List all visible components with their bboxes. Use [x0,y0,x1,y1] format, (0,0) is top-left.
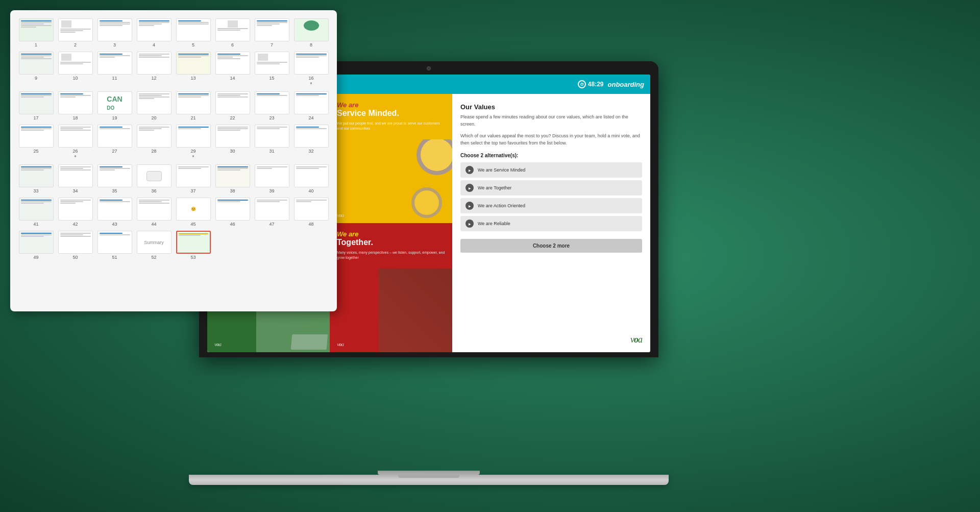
slide-thumb-22[interactable]: 22 [215,91,250,120]
slide-thumb-3[interactable]: 3 [97,18,132,47]
slide-thumb-38[interactable]: 38 [215,164,250,193]
card-together-logo: voa [337,341,344,347]
slide-thumb-12[interactable]: 12 [136,52,172,87]
slide-thumb-48[interactable]: 48 [293,198,329,227]
slide-thumb-36[interactable]: 36 [136,164,172,193]
slide-thumb-4[interactable]: 4 [136,18,172,47]
card-together-title-bottom: Together. [337,238,445,247]
option-reliable-icon [465,220,474,228]
slide-thumb-33[interactable]: 33 [18,164,54,193]
slide-thumb-32[interactable]: 32 [293,125,329,160]
slide-thumb-41[interactable]: 41 [18,198,54,227]
slide-thumb-6[interactable]: 6 [215,18,250,47]
sidebar-title: Our Values [460,103,642,111]
slide-thumb-43[interactable]: 43 [97,198,132,227]
slide-thumb-53[interactable]: 53 [176,231,211,260]
sidebar-instruction: Which of our values appeal the most to y… [460,133,642,147]
option-action-oriented-label: We are Action Oriented [478,203,525,208]
slide-thumb-13[interactable]: 13 [176,52,211,87]
slide-thumb-37[interactable]: 37 [176,164,211,193]
slide-thumb-7[interactable]: 7 [254,18,289,47]
slide-thumb-1[interactable]: 1 [18,18,54,47]
slide-thumb-14[interactable]: 14 [215,52,250,87]
slide-thumb-34[interactable]: 34 [58,164,93,193]
laptop-hinge [378,471,480,475]
slide-thumb-9[interactable]: 9 [18,52,54,87]
slide-grid: 1 2 3 4 5 6 7 8 [18,18,329,260]
card-together-title-top: We are [337,230,445,238]
option-action-oriented-icon [465,202,474,210]
option-service-minded-icon [465,166,474,174]
timer-icon: ⏱ [578,80,586,88]
brand-label: onboarding [608,81,645,88]
slide-thumb-16[interactable]: 16 * [293,52,329,87]
slide-thumb-10[interactable]: 10 [58,52,93,87]
option-reliable-label: We are Reliable [478,221,510,226]
slide-thumb-5[interactable]: 5 [176,18,211,47]
value-card-together: We are Together. Many voices, many persp… [330,223,452,352]
slide-thumb-28[interactable]: 28 [136,125,172,160]
slide-thumb-30[interactable]: 30 [215,125,250,160]
slide-panel: 1 2 3 4 5 6 7 8 [10,10,337,311]
slide-thumb-46[interactable]: 46 [215,198,250,227]
option-action-oriented[interactable]: We are Action Oriented [460,198,642,213]
slide-thumb-39[interactable]: 39 [254,164,289,193]
slide-thumb-49[interactable]: 49 [18,231,54,260]
card-service-minded-title-bottom: Service Minded. [337,109,445,118]
slide-thumb-2[interactable]: 2 [58,18,93,47]
values-sidebar: Our Values Please spend a few minutes re… [452,94,650,352]
slide-thumb-50[interactable]: 50 [58,231,93,260]
laptop-notch [398,475,459,478]
option-together-label: We are Together [478,185,511,190]
slide-thumb-24[interactable]: 24 [293,91,329,120]
option-service-minded[interactable]: We are Service Minded [460,162,642,178]
slide-thumb-44[interactable]: 44 [136,198,172,227]
slide-thumb-31[interactable]: 31 [254,125,289,160]
slide-thumb-20[interactable]: 20 [136,91,172,120]
slide-thumb-17[interactable]: 17 [18,91,54,120]
slide-thumb-52[interactable]: Summary 52 [136,231,172,260]
laptop-base [184,471,674,485]
slide-thumb-23[interactable]: 23 [254,91,289,120]
slide-thumb-40[interactable]: 40 [293,164,329,193]
slide-thumb-42[interactable]: 42 [58,198,93,227]
slide-thumb-19[interactable]: CANDO 19 [97,91,132,120]
slide-thumb-8[interactable]: 8 [293,18,329,47]
value-card-service-minded: We are Service Minded. We put our people… [330,94,452,223]
sidebar-description: Please spend a few minutes reading about… [460,114,642,128]
card-service-minded-title-top: We are [337,101,445,109]
card-service-minded-logo: voa [337,212,344,218]
slide-thumb-18[interactable]: 18 [58,91,93,120]
option-together-icon [465,184,474,192]
choose-more-button[interactable]: Choose 2 more [460,239,642,253]
slide-thumb-11[interactable]: 11 [97,52,132,87]
timer-display: ⏱ 48:29 [578,80,604,88]
slide-thumb-27[interactable]: 27 [97,125,132,160]
option-together[interactable]: We are Together [460,180,642,196]
slide-thumb-25[interactable]: 25 [18,125,54,160]
slide-thumb-26[interactable]: 26 * [58,125,93,160]
laptop-camera [427,66,431,70]
choose-alternatives-label: Choose 2 alternative(s): [460,153,642,158]
slide-thumb-21[interactable]: 21 [176,91,211,120]
sidebar-voa-logo: voa [630,334,642,345]
option-service-minded-label: We are Service Minded [478,167,525,173]
option-reliable[interactable]: We are Reliable [460,216,642,231]
slide-thumb-35[interactable]: 35 [97,164,132,193]
slide-thumb-51[interactable]: 51 [97,231,132,260]
slide-thumb-45[interactable]: 😊 45 [176,198,211,227]
slide-thumb-15[interactable]: 15 [254,52,289,87]
card-reliable-logo: voa [214,341,221,347]
slide-thumb-29[interactable]: 29 * [176,125,211,160]
slide-thumb-47[interactable]: 47 [254,198,289,227]
